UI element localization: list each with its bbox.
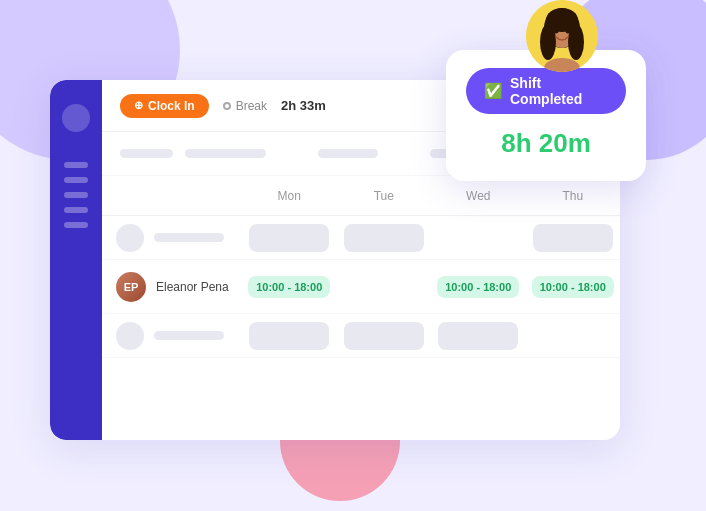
sk-shift-b1 <box>249 322 329 350</box>
svg-point-6 <box>554 29 559 34</box>
cal-label-skeleton-bottom <box>102 322 242 350</box>
duration-text: 2h 33m <box>281 98 326 113</box>
sk-shift-t2 <box>344 224 424 252</box>
skel-bar-1c <box>318 149 378 158</box>
cal-label-skeleton-top <box>102 224 242 252</box>
shift-completed-badge: ✅ Shift Completed <box>466 68 626 114</box>
cal-cell-sk-b2 <box>337 322 432 350</box>
cal-cells-skeleton-top <box>242 224 620 252</box>
clock-icon: ⊕ <box>134 99 143 112</box>
sidebar-nav <box>64 160 88 230</box>
skel-bar-1b <box>185 149 265 158</box>
cal-cell-sk-t2 <box>337 224 432 252</box>
break-dot-icon <box>223 102 231 110</box>
day-mon: Mon <box>242 189 337 203</box>
eleanor-avatar: EP <box>116 272 146 302</box>
sk-shift-b2 <box>344 322 424 350</box>
eleanor-label: EP Eleanor Pena <box>102 272 242 302</box>
cal-cell-sk-b3 <box>431 322 526 350</box>
sk-circle-bottom <box>116 322 144 350</box>
cal-cell-sk-t1 <box>242 224 337 252</box>
shift-time: 8h 20m <box>501 128 591 159</box>
cal-cells-skeleton-bottom <box>242 322 620 350</box>
svg-point-5 <box>546 8 578 32</box>
eleanor-row: EP Eleanor Pena 10:00 - 18:00 10:00 - 18… <box>102 260 620 314</box>
sk-shift-b3 <box>438 322 518 350</box>
sk-bar-bottom <box>154 331 224 340</box>
cal-cell-sk-t3 <box>431 224 526 252</box>
svg-point-7 <box>566 29 571 34</box>
shift-thu: 10:00 - 18:00 <box>532 276 614 298</box>
sk-shift-t4 <box>533 224 613 252</box>
eleanor-name: Eleanor Pena <box>156 280 229 294</box>
sk-bar-top <box>154 233 224 242</box>
cal-skeleton-row-top <box>102 216 620 260</box>
sidebar-line-2 <box>64 177 88 183</box>
eleanor-cells: 10:00 - 18:00 10:00 - 18:00 10:00 - 18:0… <box>242 276 620 298</box>
sidebar-line-1 <box>64 162 88 168</box>
eleanor-cell-thu: 10:00 - 18:00 <box>526 276 621 298</box>
eleanor-cell-tue <box>337 276 432 298</box>
calendar-header: Mon Tue Wed Thu <box>102 176 620 216</box>
skel-bar-1a <box>120 149 173 158</box>
cal-cell-sk-t4 <box>526 224 621 252</box>
sk-circle-top <box>116 224 144 252</box>
day-wed: Wed <box>431 189 526 203</box>
cal-cell-sk-b1 <box>242 322 337 350</box>
break-label: Break <box>223 99 267 113</box>
day-tue: Tue <box>337 189 432 203</box>
eleanor-cell-mon: 10:00 - 18:00 <box>242 276 337 298</box>
check-icon: ✅ <box>484 82 503 100</box>
sk-shift-t1 <box>249 224 329 252</box>
shift-completed-label: Shift Completed <box>510 75 608 107</box>
user-avatar-photo <box>526 0 598 72</box>
eleanor-cell-wed: 10:00 - 18:00 <box>431 276 526 298</box>
clock-in-button[interactable]: ⊕ Clock In <box>120 94 209 118</box>
sidebar-line-5 <box>64 222 88 228</box>
sidebar <box>50 80 102 440</box>
shift-wed: 10:00 - 18:00 <box>437 276 519 298</box>
clock-in-label: Clock In <box>148 99 195 113</box>
shift-completed-card: ✅ Shift Completed 8h 20m <box>446 50 646 181</box>
cal-cell-sk-b4 <box>526 322 621 350</box>
day-thu: Thu <box>526 189 621 203</box>
sidebar-line-4 <box>64 207 88 213</box>
sidebar-logo <box>62 104 90 132</box>
cal-skeleton-row-bottom <box>102 314 620 358</box>
sidebar-line-3 <box>64 192 88 198</box>
shift-mon: 10:00 - 18:00 <box>248 276 330 298</box>
